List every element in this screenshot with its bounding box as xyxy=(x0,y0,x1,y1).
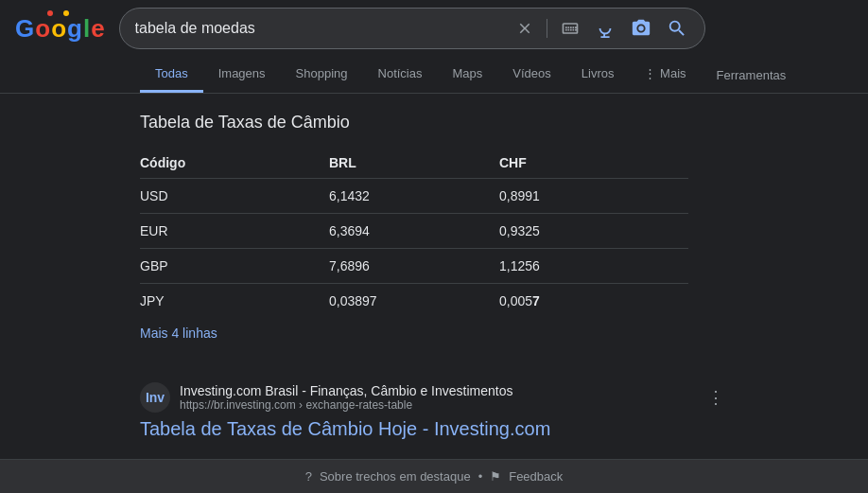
logo-letter-o1-wrapper: o xyxy=(35,14,49,44)
tab-mais[interactable]: ⋮ Mais xyxy=(629,57,701,93)
logo-letter-l: l xyxy=(83,14,89,44)
result-options-button[interactable]: ⋮ xyxy=(703,383,728,412)
currency-code: USD xyxy=(140,179,329,214)
result-title[interactable]: Tabela de Taxas de Câmbio Hoje - Investi… xyxy=(140,418,550,439)
col-header-chf: CHF xyxy=(499,148,688,179)
search-bar[interactable] xyxy=(119,8,705,49)
logo-letter-o2: o xyxy=(51,14,65,43)
col-header-brl: BRL xyxy=(329,148,499,179)
logo-letter-o2-wrapper: o xyxy=(51,14,65,44)
search-icon-group xyxy=(514,16,689,41)
voice-search-button[interactable] xyxy=(593,16,617,41)
tab-videos[interactable]: Vídeos xyxy=(497,57,565,93)
search-result: Inv Investing.com Brasil - Finanças, Câm… xyxy=(140,382,728,441)
currency-code: GBP xyxy=(140,249,329,284)
tab-todas[interactable]: Todas xyxy=(140,57,203,93)
tab-livros[interactable]: Livros xyxy=(566,57,630,93)
table-row: EUR 6,3694 0,9325 xyxy=(140,214,688,249)
col-header-code: Código xyxy=(140,148,329,179)
about-snippets-link[interactable]: Sobre trechos em destaque xyxy=(320,469,471,484)
currency-code: EUR xyxy=(140,214,329,249)
feedback-icon: ⚑ xyxy=(490,469,501,484)
help-icon: ? xyxy=(305,469,312,484)
main-content: Tabela de Taxas de Câmbio Código BRL CHF… xyxy=(0,94,868,460)
currency-table: Código BRL CHF USD 6,1432 0,8991 EUR 6,3… xyxy=(140,148,688,318)
logo-dot-yellow xyxy=(63,10,69,16)
result-source-row: Inv Investing.com Brasil - Finanças, Câm… xyxy=(140,382,728,413)
logo-letter-g2: g xyxy=(67,14,81,44)
currency-chf: 0,8991 xyxy=(499,179,688,214)
svg-point-0 xyxy=(638,26,644,31)
clear-button[interactable] xyxy=(514,18,535,39)
more-rows-link[interactable]: Mais 4 linhas xyxy=(140,326,217,341)
table-row: JPY 0,03897 0,0057 xyxy=(140,284,688,319)
search-input[interactable] xyxy=(135,20,507,37)
currency-chf: 1,1256 xyxy=(499,249,688,284)
google-logo[interactable]: G o o g l e xyxy=(15,14,104,44)
tab-maps[interactable]: Maps xyxy=(438,57,498,93)
tab-noticias[interactable]: Notícias xyxy=(363,57,438,93)
nav-bar: Todas Imagens Shopping Notícias Maps Víd… xyxy=(0,57,868,94)
result-url: https://br.investing.com › exchange-rate… xyxy=(180,398,694,412)
image-search-button[interactable] xyxy=(629,16,653,41)
result-source-info: Investing.com Brasil - Finanças, Câmbio … xyxy=(180,383,694,412)
currency-code: JPY xyxy=(140,284,329,319)
currency-brl: 6,1432 xyxy=(329,179,499,214)
feedback-link[interactable]: Feedback xyxy=(509,469,563,484)
currency-brl: 6,3694 xyxy=(329,214,499,249)
currency-chf: 0,9325 xyxy=(499,214,688,249)
header: G o o g l e xyxy=(0,0,868,57)
search-button[interactable] xyxy=(665,16,689,41)
currency-brl: 7,6896 xyxy=(329,249,499,284)
footer: ? Sobre trechos em destaque • ⚑ Feedback xyxy=(0,459,868,493)
tab-shopping[interactable]: Shopping xyxy=(281,57,363,93)
result-site-name: Investing.com Brasil - Finanças, Câmbio … xyxy=(180,383,694,398)
currency-chf: 0,0057 xyxy=(499,284,688,319)
card-title: Tabela de Taxas de Câmbio xyxy=(140,113,728,132)
ferramentas-button[interactable]: Ferramentas xyxy=(702,59,802,92)
keyboard-button[interactable] xyxy=(559,17,582,40)
currency-brl: 0,03897 xyxy=(329,284,499,319)
divider xyxy=(547,19,547,38)
logo-letter-o1: o xyxy=(35,14,49,43)
logo-letter-e: e xyxy=(91,14,103,44)
tab-imagens[interactable]: Imagens xyxy=(203,57,281,93)
table-row: USD 6,1432 0,8991 xyxy=(140,179,688,214)
table-row: GBP 7,6896 1,1256 xyxy=(140,249,688,284)
currency-table-card: Tabela de Taxas de Câmbio Código BRL CHF… xyxy=(140,113,728,363)
result-favicon: Inv xyxy=(140,382,170,413)
logo-letter-g: G xyxy=(15,14,33,44)
